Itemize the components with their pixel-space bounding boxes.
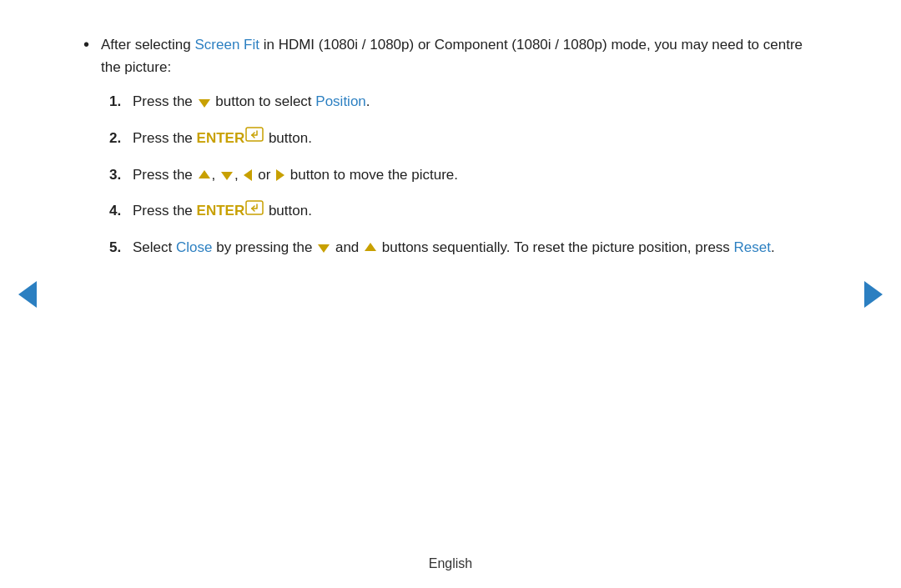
step-3: 3. Press the , , or button to move the p… bbox=[109, 163, 818, 186]
arrow-down-icon-5 bbox=[318, 244, 330, 253]
arrow-up-icon bbox=[199, 170, 210, 178]
svg-rect-0 bbox=[246, 128, 263, 141]
step-5-content: Select Close by pressing the and buttons… bbox=[133, 236, 775, 259]
step-4: 4. Press the ENTER button. bbox=[109, 199, 818, 223]
step-2-content: Press the ENTER button. bbox=[133, 127, 312, 150]
and-text: and bbox=[335, 239, 359, 255]
enter-text-4: ENTER bbox=[197, 203, 245, 219]
step-5-number: 5. bbox=[109, 236, 133, 259]
position-link[interactable]: Position bbox=[315, 93, 365, 109]
step-3-content: Press the , , or button to move the pict… bbox=[133, 163, 458, 186]
step-4-content: Press the ENTER button. bbox=[133, 199, 312, 223]
step-3-number: 3. bbox=[109, 163, 133, 186]
svg-rect-1 bbox=[246, 201, 263, 214]
arrow-left-icon bbox=[244, 169, 252, 181]
arrow-down-icon-3 bbox=[221, 172, 233, 180]
arrow-down-icon bbox=[199, 99, 210, 108]
arrow-right-icon bbox=[276, 169, 284, 181]
enter-icon-2 bbox=[245, 126, 264, 148]
screen-fit-link[interactable]: Screen Fit bbox=[194, 37, 259, 53]
bullet-dot: • bbox=[83, 35, 89, 54]
bullet-section: • After selecting Screen Fit in HDMI (10… bbox=[83, 33, 818, 272]
reset-link[interactable]: Reset bbox=[734, 239, 771, 255]
step-1: 1. Press the button to select Position. bbox=[109, 90, 818, 113]
step-5: 5. Select Close by pressing the and butt… bbox=[109, 236, 818, 259]
step-4-number: 4. bbox=[109, 199, 133, 222]
ordered-list: 1. Press the button to select Position. … bbox=[109, 90, 818, 259]
arrow-up-icon-5 bbox=[365, 243, 376, 251]
intro-text: After selecting bbox=[101, 37, 194, 53]
language-label: English bbox=[429, 556, 472, 570]
footer: English bbox=[0, 543, 901, 588]
close-link[interactable]: Close bbox=[176, 239, 212, 255]
enter-text-2: ENTER bbox=[197, 130, 245, 146]
step-1-number: 1. bbox=[109, 90, 133, 113]
step-2: 2. Press the ENTER button. bbox=[109, 127, 818, 150]
enter-icon-4 bbox=[245, 199, 264, 222]
content-area: • After selecting Screen Fit in HDMI (10… bbox=[0, 0, 901, 543]
page-container: • After selecting Screen Fit in HDMI (10… bbox=[0, 0, 901, 588]
bullet-text: After selecting Screen Fit in HDMI (1080… bbox=[101, 33, 818, 272]
step-1-content: Press the button to select Position. bbox=[133, 90, 370, 113]
step-2-number: 2. bbox=[109, 127, 133, 149]
